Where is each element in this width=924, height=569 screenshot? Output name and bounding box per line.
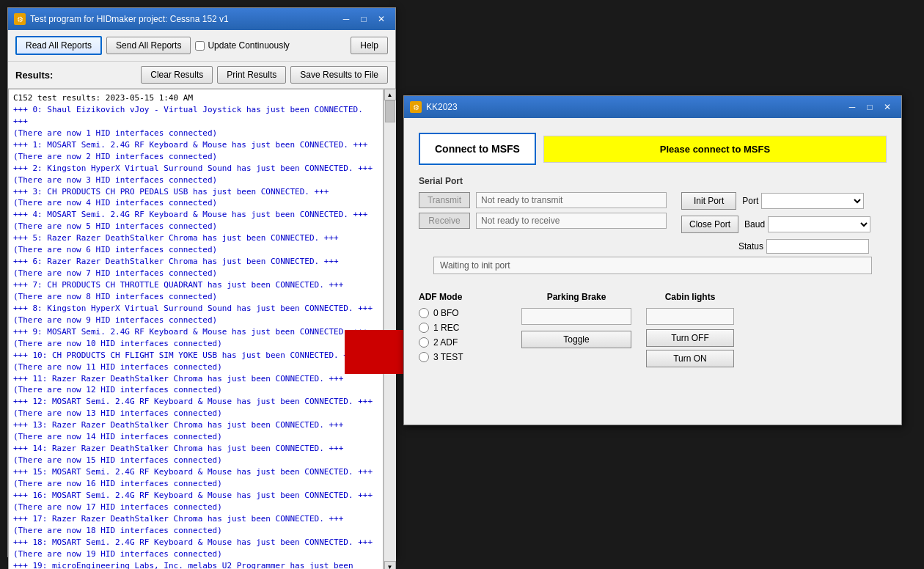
connect-section: Connect to MSFS Please connect to MSFS xyxy=(404,118,901,172)
port-select[interactable] xyxy=(761,193,864,209)
second-minimize-button[interactable]: ─ xyxy=(844,100,860,114)
status-input xyxy=(766,239,869,254)
title-bar-left: ⚙ Test program for HIDmaker project: Ces… xyxy=(14,13,229,25)
main-window-title: Test program for HIDmaker project: Cessn… xyxy=(30,14,229,24)
read-all-reports-button[interactable]: Read All Reports xyxy=(15,36,102,55)
init-port-row: Init Port Port xyxy=(681,192,887,210)
save-results-button[interactable]: Save Results to File xyxy=(290,66,388,84)
adf-adf-label: 2 ADF xyxy=(433,337,458,348)
connect-msfs-button[interactable]: Connect to MSFS xyxy=(419,133,536,165)
port-controls: Init Port Port Close Port Baud xyxy=(681,192,887,254)
adf-adf-radio[interactable] xyxy=(419,337,429,348)
turn-on-button[interactable]: Turn ON xyxy=(646,350,734,367)
parking-brake-input xyxy=(521,308,631,325)
init-port-button[interactable]: Init Port xyxy=(681,192,736,210)
scroll-thumb[interactable] xyxy=(385,100,395,122)
print-results-button[interactable]: Print Results xyxy=(217,66,286,84)
clear-results-button[interactable]: Clear Results xyxy=(141,66,213,84)
minimize-button[interactable]: ─ xyxy=(338,12,354,26)
transmit-button: Transmit xyxy=(419,192,470,208)
cabin-lights-section: Cabin lights Turn OFF Turn ON xyxy=(646,292,734,367)
port-label: Port xyxy=(742,196,758,206)
update-continuously-text: Update Continuously xyxy=(208,40,289,51)
update-continuously-label[interactable]: Update Continuously xyxy=(195,40,289,51)
msfs-status-display: Please connect to MSFS xyxy=(543,136,887,163)
adf-test-option: 3 TEST xyxy=(419,352,507,362)
parking-brake-title: Parking Brake xyxy=(521,292,631,302)
cabin-lights-title: Cabin lights xyxy=(646,292,734,302)
serial-content: Transmit Receive Init Port Port xyxy=(419,192,887,254)
adf-test-radio[interactable] xyxy=(419,352,429,362)
main-toolbar: Read All Reports Send All Reports Update… xyxy=(8,30,395,62)
status-input-row: Status xyxy=(738,239,869,254)
adf-rec-option: 1 REC xyxy=(419,323,507,333)
scroll-up-arrow[interactable]: ▲ xyxy=(384,89,396,100)
serial-port-section: Serial Port Transmit Receive Init Port xyxy=(404,172,901,284)
transmit-status-input xyxy=(476,192,667,208)
transmit-row: Transmit xyxy=(419,192,667,208)
cabin-lights-input xyxy=(646,308,734,325)
adf-adf-option: 2 ADF xyxy=(419,337,507,348)
send-all-reports-button[interactable]: Send All Reports xyxy=(106,37,191,54)
close-button[interactable]: ✕ xyxy=(373,12,389,26)
main-title-bar: ⚙ Test program for HIDmaker project: Ces… xyxy=(8,8,395,30)
port-select-row: Port xyxy=(742,193,864,209)
baud-select[interactable] xyxy=(768,216,870,232)
receive-status-input xyxy=(476,213,667,229)
adf-rec-radio[interactable] xyxy=(419,323,429,333)
turn-off-button[interactable]: Turn OFF xyxy=(646,329,734,347)
second-window-title: KK2023 xyxy=(426,102,458,112)
baud-select-row: Baud xyxy=(744,216,870,232)
status-row: Status xyxy=(681,239,887,254)
baud-label: Baud xyxy=(744,219,765,230)
log-content: C152 test results: 2023-05-15 1:40 AM+++… xyxy=(8,89,384,569)
adf-bfo-option: 0 BFO xyxy=(419,308,507,318)
results-bar: Results: Clear Results Print Results Sav… xyxy=(8,62,395,89)
bottom-section: ADF Mode 0 BFO 1 REC 2 ADF 3 TEST Parkin… xyxy=(404,284,901,375)
toggle-button[interactable]: Toggle xyxy=(521,331,631,348)
adf-bfo-radio[interactable] xyxy=(419,308,429,318)
update-continuously-checkbox[interactable] xyxy=(195,41,205,51)
adf-mode-title: ADF Mode xyxy=(419,292,507,302)
log-area: C152 test results: 2023-05-15 1:40 AM+++… xyxy=(8,89,395,569)
main-window-icon: ⚙ xyxy=(14,13,26,25)
serial-left: Transmit Receive xyxy=(419,192,667,254)
help-button[interactable]: Help xyxy=(351,37,388,54)
serial-port-title: Serial Port xyxy=(419,176,887,186)
second-maximize-button[interactable]: □ xyxy=(862,100,878,114)
log-text-area[interactable]: C152 test results: 2023-05-15 1:40 AM+++… xyxy=(8,89,384,569)
second-window: ⚙ KK2023 ─ □ ✕ Connect to MSFS Please co… xyxy=(403,95,902,425)
waiting-text: Waiting to init port xyxy=(433,257,872,274)
second-close-button[interactable]: ✕ xyxy=(879,100,895,114)
receive-button: Receive xyxy=(419,213,470,229)
second-title-bar: ⚙ KK2023 ─ □ ✕ xyxy=(404,96,901,118)
adf-test-label: 3 TEST xyxy=(433,352,463,362)
status-label: Status xyxy=(738,241,763,252)
second-title-controls: ─ □ ✕ xyxy=(844,100,895,114)
second-title-left: ⚙ KK2023 xyxy=(410,101,458,113)
scroll-down-arrow[interactable]: ▼ xyxy=(384,561,396,569)
maximize-button[interactable]: □ xyxy=(356,12,372,26)
adf-mode-section: ADF Mode 0 BFO 1 REC 2 ADF 3 TEST xyxy=(419,292,507,367)
close-port-row: Close Port Baud xyxy=(681,216,887,233)
receive-row: Receive xyxy=(419,213,667,229)
second-window-icon: ⚙ xyxy=(410,101,422,113)
main-window: ⚙ Test program for HIDmaker project: Ces… xyxy=(7,7,396,557)
title-bar-controls: ─ □ ✕ xyxy=(338,12,389,26)
close-port-button[interactable]: Close Port xyxy=(681,216,738,233)
results-label: Results: xyxy=(15,70,53,81)
adf-rec-label: 1 REC xyxy=(433,323,459,333)
adf-bfo-label: 0 BFO xyxy=(433,308,459,318)
parking-brake-section: Parking Brake Toggle xyxy=(521,292,631,367)
